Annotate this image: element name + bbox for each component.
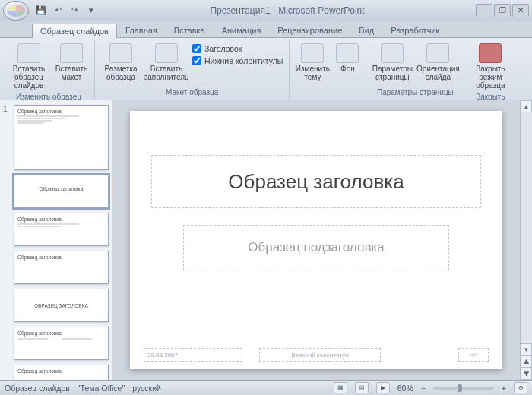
- prev-slide-button[interactable]: ⯅: [521, 356, 532, 368]
- zoom-out-button[interactable]: −: [421, 384, 426, 393]
- vertical-scrollbar[interactable]: ▲ ▼ ⯅ ⯆: [520, 100, 532, 380]
- layout-thumbnail-1[interactable]: Образец заголовка: [14, 175, 109, 208]
- insert-placeholder-label: Вставить заполнитель: [144, 65, 189, 81]
- qat-undo[interactable]: ↶: [50, 3, 65, 18]
- next-slide-button[interactable]: ⯆: [521, 368, 532, 380]
- slide-number-placeholder[interactable]: ‹#›: [458, 348, 489, 362]
- group-layout-label: Макет образца: [100, 87, 284, 98]
- date-placeholder[interactable]: 28.08.2007: [144, 348, 242, 362]
- zoom-level[interactable]: 60%: [397, 384, 413, 393]
- slide-canvas[interactable]: Образец заголовка Образец подзаголовка 2…: [112, 100, 520, 380]
- zoom-in-button[interactable]: +: [502, 384, 506, 393]
- page-setup-button[interactable]: Параметры страницы: [371, 41, 413, 84]
- slide[interactable]: Образец заголовка Образец подзаголовка 2…: [130, 111, 502, 369]
- tab-animation[interactable]: Анимация: [214, 23, 270, 37]
- tab-view[interactable]: Вид: [350, 23, 382, 37]
- normal-view-button[interactable]: ▦: [334, 382, 347, 393]
- insert-layout-button[interactable]: Вставить макет: [53, 41, 90, 84]
- layout-thumbnail-6[interactable]: Образец заголовка: [14, 365, 109, 380]
- status-view: Образец слайдов: [5, 384, 70, 393]
- layout-thumb-title: Образец заголовка: [17, 368, 105, 374]
- slideshow-view-button[interactable]: ▶: [376, 382, 390, 393]
- tab-home[interactable]: Главная: [117, 23, 166, 37]
- insert-layout-icon: [60, 43, 83, 63]
- insert-master-label: Вставить образец слайдов: [10, 65, 48, 90]
- layout-thumb-title: Образец заголовка: [17, 330, 105, 336]
- page-setup-icon: [381, 43, 404, 63]
- master-layout-label: Разметка образца: [102, 65, 140, 81]
- master-layout-icon: [109, 43, 132, 63]
- themes-button[interactable]: Изменить тему: [294, 41, 331, 84]
- insert-slide-master-button[interactable]: Вставить образец слайдов: [8, 41, 50, 92]
- close-master-label: Закрыть режим образца: [471, 65, 509, 90]
- group-page-label: Параметры страницы: [371, 87, 459, 98]
- layout-thumb-title: ОБРАЗЕЦ ЗАГОЛОВКА: [17, 303, 105, 308]
- layout-thumb-title: Образец заголовка: [17, 186, 105, 191]
- orientation-icon: [426, 43, 449, 63]
- checkbox-footers-label: Нижние колонтитулы: [204, 56, 283, 65]
- layout-thumbnail-5[interactable]: Образец заголовка: [14, 327, 109, 360]
- group-theme-label: [294, 96, 361, 98]
- thumb-index: 1: [3, 105, 11, 170]
- layout-thumbnail-3[interactable]: Образец заголовка: [14, 251, 109, 284]
- layout-thumbnail-2[interactable]: Образец заголовка: [14, 213, 109, 246]
- status-bar: Образец слайдов "Тема Office" русский ▦ …: [0, 380, 532, 395]
- background-button[interactable]: Фон: [334, 41, 361, 75]
- insert-layout-label: Вставить макет: [55, 65, 87, 81]
- ribbon-tabs: Образец слайдов Главная Вставка Анимация…: [0, 21, 532, 38]
- insert-master-icon: [17, 43, 40, 63]
- zoom-slider[interactable]: [433, 387, 494, 390]
- title-placeholder[interactable]: Образец заголовка: [151, 155, 481, 208]
- ribbon: Вставить образец слайдов Вставить макет …: [0, 38, 532, 100]
- layout-thumb-title: Образец заголовка: [17, 216, 105, 222]
- layout-thumbnail-4[interactable]: ОБРАЗЕЦ ЗАГОЛОВКА: [14, 289, 109, 322]
- layout-thumb-title: Образец заголовка: [17, 254, 105, 260]
- close-button[interactable]: ✕: [512, 4, 529, 17]
- status-theme: "Тема Office": [78, 384, 125, 393]
- sorter-view-button[interactable]: ▤: [355, 382, 369, 393]
- footer-placeholder[interactable]: Верхний колонтитул: [259, 348, 381, 362]
- maximize-button[interactable]: ❐: [494, 4, 511, 17]
- master-thumb-title: Образец заголовка: [17, 109, 105, 114]
- window-title: Презентация1 - Microsoft PowerPoint: [99, 5, 476, 16]
- background-icon: [336, 43, 359, 63]
- qat-customize[interactable]: ▾: [84, 3, 99, 18]
- status-language[interactable]: русский: [132, 384, 161, 393]
- background-label: Фон: [340, 65, 355, 73]
- checkbox-footers-input[interactable]: [192, 56, 201, 65]
- tab-slide-master[interactable]: Образец слайдов: [32, 24, 117, 38]
- themes-icon: [301, 43, 324, 63]
- master-layout-button[interactable]: Разметка образца: [100, 41, 142, 84]
- close-master-icon: [479, 43, 502, 63]
- tab-developer[interactable]: Разработчик: [382, 23, 448, 37]
- orientation-button[interactable]: Ориентация слайда: [416, 41, 459, 84]
- minimize-button[interactable]: —: [476, 4, 492, 17]
- tab-insert[interactable]: Вставка: [166, 23, 214, 37]
- tab-review[interactable]: Рецензирование: [269, 23, 350, 37]
- checkbox-footers[interactable]: Нижние колонтитулы: [192, 56, 283, 65]
- checkbox-title-input[interactable]: [192, 44, 201, 53]
- scroll-up-button[interactable]: ▲: [521, 100, 532, 112]
- subtitle-placeholder[interactable]: Образец подзаголовка: [183, 225, 449, 270]
- insert-placeholder-icon: [155, 43, 178, 63]
- qat-save[interactable]: 💾: [33, 3, 49, 18]
- close-master-button[interactable]: Закрыть режим образца: [469, 41, 511, 92]
- checkbox-title-label: Заголовок: [204, 44, 242, 53]
- checkbox-title[interactable]: Заголовок: [192, 44, 283, 53]
- office-button[interactable]: [3, 1, 29, 21]
- page-setup-label: Параметры страницы: [372, 65, 413, 81]
- thumbnail-pane[interactable]: 1 Образец заголовка Образец заголовка Об…: [0, 100, 112, 380]
- qat-redo[interactable]: ↷: [67, 3, 82, 18]
- scroll-track[interactable]: [521, 112, 532, 343]
- insert-placeholder-button[interactable]: Вставить заполнитель: [145, 41, 188, 84]
- scroll-down-button[interactable]: ▼: [521, 343, 532, 356]
- themes-label: Изменить тему: [296, 65, 330, 81]
- master-thumbnail[interactable]: Образец заголовка: [14, 105, 109, 170]
- fit-to-window-button[interactable]: ⊕: [514, 382, 527, 393]
- orientation-label: Ориентация слайда: [416, 65, 460, 81]
